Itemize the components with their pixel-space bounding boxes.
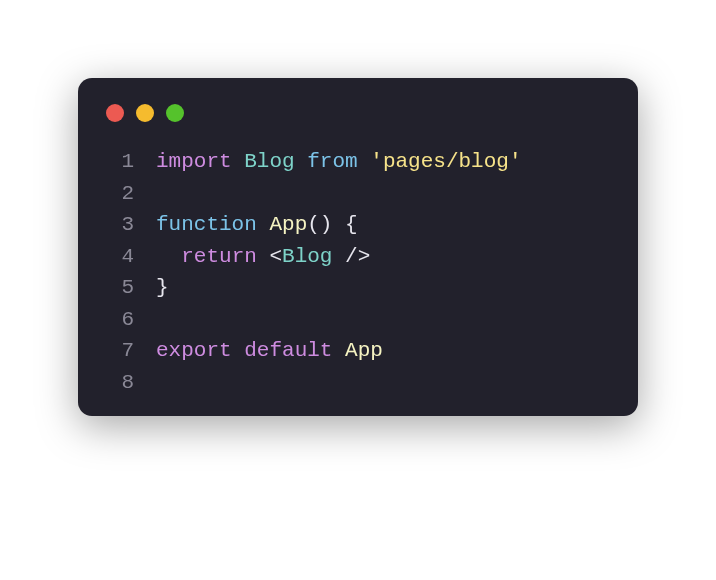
code-token: [257, 245, 270, 268]
code-line: 2: [100, 178, 610, 210]
code-line: 6: [100, 304, 610, 336]
line-number: 4: [100, 241, 156, 273]
line-content: return <Blog />: [156, 241, 610, 273]
code-line: 7export default App: [100, 335, 610, 367]
code-token: <: [269, 245, 282, 268]
window-controls: [106, 104, 610, 122]
code-token: [156, 245, 181, 268]
line-content: export default App: [156, 335, 610, 367]
code-token: Blog: [244, 150, 294, 173]
code-token: default: [244, 339, 332, 362]
code-token: 'pages/blog': [370, 150, 521, 173]
code-token: Blog: [282, 245, 332, 268]
code-token: return: [181, 245, 257, 268]
code-token: function: [156, 213, 257, 236]
code-token: [232, 150, 245, 173]
line-content: function App() {: [156, 209, 610, 241]
line-content: [156, 367, 610, 399]
code-line: 4 return <Blog />: [100, 241, 610, 273]
code-token: />: [345, 245, 370, 268]
code-token: [257, 213, 270, 236]
close-icon[interactable]: [106, 104, 124, 122]
code-line: 5}: [100, 272, 610, 304]
line-number: 8: [100, 367, 156, 399]
line-number: 2: [100, 178, 156, 210]
code-token: [358, 150, 371, 173]
code-line: 3function App() {: [100, 209, 610, 241]
code-editor-window: 1import Blog from 'pages/blog'2 3functio…: [78, 78, 638, 416]
line-content: }: [156, 272, 610, 304]
code-line: 8: [100, 367, 610, 399]
code-token: App: [269, 213, 307, 236]
line-number: 7: [100, 335, 156, 367]
code-token: [332, 213, 345, 236]
line-number: 6: [100, 304, 156, 336]
code-token: [332, 339, 345, 362]
code-token: from: [307, 150, 357, 173]
line-content: import Blog from 'pages/blog': [156, 146, 610, 178]
code-token: }: [156, 276, 169, 299]
code-token: [232, 339, 245, 362]
code-token: (): [307, 213, 332, 236]
code-token: import: [156, 150, 232, 173]
code-area: 1import Blog from 'pages/blog'2 3functio…: [100, 146, 610, 398]
code-token: App: [345, 339, 383, 362]
code-token: export: [156, 339, 232, 362]
line-number: 5: [100, 272, 156, 304]
code-token: [295, 150, 308, 173]
line-number: 3: [100, 209, 156, 241]
line-content: [156, 304, 610, 336]
zoom-icon[interactable]: [166, 104, 184, 122]
line-number: 1: [100, 146, 156, 178]
minimize-icon[interactable]: [136, 104, 154, 122]
code-token: [332, 245, 345, 268]
code-token: {: [345, 213, 358, 236]
line-content: [156, 178, 610, 210]
code-line: 1import Blog from 'pages/blog': [100, 146, 610, 178]
